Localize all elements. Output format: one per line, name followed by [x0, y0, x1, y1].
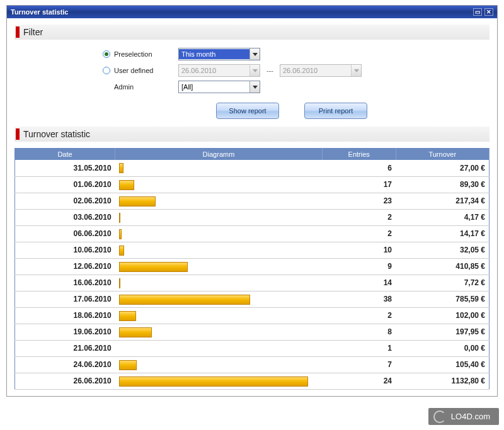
table-row[interactable]: 18.06.20102102,00 € — [15, 307, 490, 324]
turnover-bar — [119, 229, 122, 239]
userdefined-radio[interactable]: User defined — [103, 67, 172, 74]
turnover-bar — [119, 163, 123, 173]
cell-diagram — [115, 176, 323, 193]
cell-date: 19.06.2010 — [15, 324, 115, 340]
cell-date: 31.05.2010 — [15, 160, 115, 176]
window-title: Turnover statistic — [11, 8, 69, 16]
watermark-text: LO4D.com — [451, 412, 490, 421]
turnover-bar — [119, 278, 120, 288]
cell-diagram — [115, 307, 323, 324]
col-diagram-header[interactable]: Diagramm — [115, 149, 323, 161]
table-row[interactable]: 21.06.201010,00 € — [15, 340, 490, 356]
turnover-bar — [119, 262, 188, 272]
filter-form: Preselection This month User defined 26.… — [14, 46, 490, 127]
cell-diagram — [115, 225, 323, 242]
cell-turnover: 32,05 € — [396, 242, 490, 258]
table-row[interactable]: 12.06.20109410,85 € — [15, 258, 490, 274]
cell-date: 12.06.2010 — [15, 258, 115, 274]
turnover-bar — [119, 327, 152, 337]
cell-date: 24.06.2010 — [15, 356, 115, 373]
cell-date: 18.06.2010 — [15, 307, 115, 324]
table-row[interactable]: 01.06.20101789,30 € — [15, 176, 490, 193]
cell-turnover: 197,95 € — [396, 324, 490, 340]
cell-diagram — [115, 193, 323, 209]
cell-turnover: 89,30 € — [396, 176, 490, 193]
turnover-bar — [119, 376, 308, 387]
table-row[interactable]: 10.06.20101032,05 € — [15, 242, 490, 258]
close-button[interactable]: ✕ — [484, 8, 493, 16]
cell-turnover: 14,17 € — [396, 225, 490, 242]
turnover-bar — [119, 180, 134, 190]
filter-title: Filter — [23, 27, 43, 37]
cell-date: 01.06.2010 — [15, 176, 115, 193]
turnover-bar — [119, 295, 250, 305]
cell-date: 10.06.2010 — [15, 242, 115, 258]
titlebar: Turnover statistic ▭ ✕ — [7, 6, 497, 18]
chevron-down-icon — [249, 81, 260, 93]
cell-date: 06.06.2010 — [15, 225, 115, 242]
cell-turnover: 410,85 € — [396, 258, 490, 274]
preselection-radio[interactable]: Preselection — [103, 50, 172, 58]
col-date-header[interactable]: Date — [15, 149, 115, 161]
cell-diagram — [115, 160, 323, 176]
cell-entries: 6 — [322, 160, 396, 176]
table-row[interactable]: 19.06.20108197,95 € — [15, 324, 490, 340]
cell-entries: 24 — [322, 373, 396, 389]
cell-diagram — [115, 324, 323, 340]
preselection-combo[interactable]: This month — [178, 48, 260, 60]
admin-combo[interactable]: [All] — [178, 81, 260, 93]
cell-date: 16.06.2010 — [15, 274, 115, 291]
table-row[interactable]: 26.06.2010241132,80 € — [15, 373, 490, 389]
table-row[interactable]: 02.06.201023217,34 € — [15, 193, 490, 209]
date-from-combo: 26.06.2010 — [178, 64, 260, 77]
table-row[interactable]: 03.06.201024,17 € — [15, 209, 490, 225]
cell-turnover: 217,34 € — [396, 193, 490, 209]
date-to-value: 26.06.2010 — [280, 65, 351, 76]
cell-turnover: 102,00 € — [396, 307, 490, 324]
section-accent-bar — [16, 26, 20, 38]
cell-entries: 2 — [322, 225, 396, 242]
cell-date: 21.06.2010 — [15, 340, 115, 356]
cell-entries: 10 — [322, 242, 396, 258]
table-row[interactable]: 31.05.2010627,00 € — [15, 160, 490, 176]
date-to-combo: 26.06.2010 — [280, 64, 362, 77]
cell-turnover: 7,72 € — [396, 274, 490, 291]
date-range-separator: --- — [266, 67, 273, 74]
watermark: LO4D.com — [428, 408, 499, 425]
cell-diagram — [115, 373, 323, 389]
turnover-bar — [119, 246, 124, 256]
minimize-button[interactable]: ▭ — [473, 8, 482, 16]
cell-date: 03.06.2010 — [15, 209, 115, 225]
table-row[interactable]: 06.06.2010214,17 € — [15, 225, 490, 242]
cell-entries: 8 — [322, 324, 396, 340]
radio-dot-icon — [103, 50, 110, 58]
table-row[interactable]: 24.06.20107105,40 € — [15, 356, 490, 373]
chevron-down-icon — [351, 65, 361, 76]
preselection-label: Preselection — [114, 50, 152, 58]
cell-diagram — [115, 356, 323, 373]
watermark-logo-icon — [433, 410, 446, 423]
radio-dot-icon — [103, 67, 110, 74]
col-turnover-header[interactable]: Turnover — [396, 149, 490, 161]
cell-diagram — [115, 242, 323, 258]
cell-entries: 23 — [322, 193, 396, 209]
app-window: Turnover statistic ▭ ✕ Filter Preselecti… — [6, 5, 498, 397]
cell-date: 17.06.2010 — [15, 291, 115, 307]
turnover-bar — [119, 360, 137, 370]
print-report-button[interactable]: Print report — [304, 103, 367, 119]
cell-date: 02.06.2010 — [15, 193, 115, 209]
admin-label-wrap: Admin — [103, 83, 172, 91]
cell-turnover: 27,00 € — [396, 160, 490, 176]
cell-diagram — [115, 291, 323, 307]
cell-turnover: 1132,80 € — [396, 373, 490, 389]
section-accent-bar — [16, 128, 20, 140]
turnover-bar — [119, 213, 120, 223]
col-entries-header[interactable]: Entries — [322, 149, 396, 161]
chevron-down-icon — [249, 48, 260, 60]
admin-label: Admin — [114, 83, 134, 91]
cell-entries: 2 — [322, 209, 396, 225]
table-row[interactable]: 16.06.2010147,72 € — [15, 274, 490, 291]
cell-diagram — [115, 340, 323, 356]
show-report-button[interactable]: Show report — [216, 103, 279, 119]
table-row[interactable]: 17.06.201038785,59 € — [15, 291, 490, 307]
